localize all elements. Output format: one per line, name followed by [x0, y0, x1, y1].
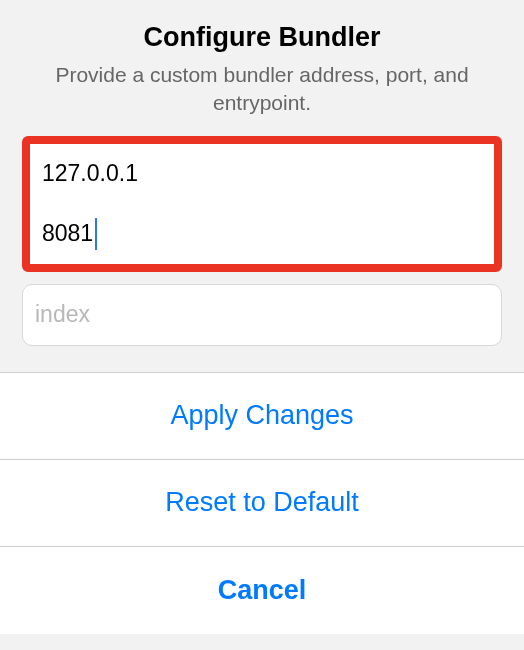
apply-changes-button[interactable]: Apply Changes — [0, 373, 524, 460]
fields-container — [0, 136, 524, 346]
text-caret — [95, 218, 97, 250]
port-field-wrap — [30, 204, 494, 264]
dialog-header: Configure Bundler Provide a custom bundl… — [0, 0, 524, 136]
dialog-title: Configure Bundler — [40, 22, 484, 53]
highlighted-fields — [22, 136, 502, 272]
entrypoint-field-wrap — [22, 284, 502, 346]
cancel-button[interactable]: Cancel — [0, 547, 524, 634]
bundler-port-input[interactable] — [30, 204, 494, 264]
bundler-address-input[interactable] — [30, 144, 494, 204]
dialog-subtitle: Provide a custom bundler address, port, … — [40, 61, 484, 118]
bundler-entrypoint-input[interactable] — [23, 285, 501, 345]
reset-to-default-button[interactable]: Reset to Default — [0, 460, 524, 547]
action-buttons: Apply Changes Reset to Default Cancel — [0, 372, 524, 634]
